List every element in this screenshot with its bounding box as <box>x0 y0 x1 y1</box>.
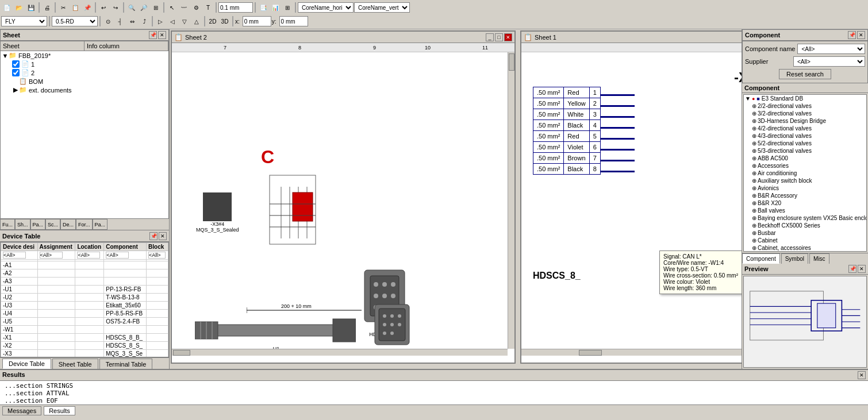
device-table-pin[interactable]: 📌 <box>149 232 158 240</box>
select-button[interactable]: ↖ <box>166 2 178 13</box>
combo-05rd[interactable]: 0.5-RD <box>52 16 98 26</box>
tree-item-fbb[interactable]: ▼ 📁 FBB_2019* <box>1 51 168 60</box>
sheet2-maximize[interactable]: □ <box>495 33 503 41</box>
results-close[interactable]: ✕ <box>858 371 866 379</box>
table-row[interactable]: -X3MQS_3_S_Se <box>1 350 168 358</box>
sheet-1-checkbox[interactable] <box>12 60 20 68</box>
symbol-button[interactable]: ⚙ <box>190 2 202 13</box>
tab-sheet-table[interactable]: Sheet Table <box>52 359 98 369</box>
tree-item-22[interactable]: ⊕ 2/2-directional valves <box>744 102 866 110</box>
table-row[interactable]: -U5OS75-2.4-FB <box>1 318 168 326</box>
tree-item-43[interactable]: ⊕ 4/3-directional valves <box>744 132 866 140</box>
sheet-2-checkbox[interactable] <box>12 69 20 76</box>
copy-button[interactable]: 📋 <box>70 2 81 13</box>
table-row[interactable]: -U4PP-8.5-RS-FB <box>1 310 168 318</box>
measure-input[interactable]: 0.1 mm <box>218 2 253 13</box>
tree-item-42[interactable]: ⊕ 4/2-directional valves <box>744 125 866 132</box>
tab-de[interactable]: De... <box>60 219 76 230</box>
tree-item-baying[interactable]: ⊕ Baying enclosure system VX25 Basic enc… <box>744 214 866 222</box>
component-name-select[interactable]: <All> <box>797 44 865 54</box>
bottom-tab-messages[interactable]: Messages <box>2 406 41 415</box>
tab-symbol[interactable]: Symbol <box>781 253 808 264</box>
tree-item-bom[interactable]: 📋 BOM <box>1 77 168 86</box>
tree-item-cab-acc[interactable]: ⊕ Cabinet, accessoires <box>744 244 866 252</box>
tree-item-1[interactable]: 📄 1 <box>1 60 168 68</box>
table-row[interactable]: -A1 <box>1 261 168 269</box>
save-button[interactable]: 💾 <box>25 2 37 13</box>
draw-btn-4[interactable]: △ <box>191 16 202 27</box>
tab-for[interactable]: For... <box>76 219 93 230</box>
sheet2-close[interactable]: ✕ <box>504 33 512 41</box>
tab-pa2[interactable]: Pa... <box>93 219 108 230</box>
page-button[interactable]: 📑 <box>258 2 269 13</box>
view-btn-2[interactable]: 3D <box>219 16 231 27</box>
cut-button[interactable]: ✂ <box>57 2 69 13</box>
bottom-tab-results[interactable]: Results <box>44 406 75 415</box>
filter-block[interactable] <box>148 252 166 259</box>
tab-misc[interactable]: Misc <box>809 253 829 264</box>
route-button[interactable]: ⤴ <box>139 16 150 27</box>
component-close[interactable]: ✕ <box>857 31 865 39</box>
tree-item-2[interactable]: 📄 2 <box>1 68 168 77</box>
sheet-close-button[interactable]: ✕ <box>158 31 166 39</box>
tree-item-ball[interactable]: ⊕ Ball valves <box>744 207 866 214</box>
sheet2-scrollbar-v[interactable] <box>508 52 514 349</box>
coord-x-input[interactable]: 0 mm <box>243 16 271 26</box>
print-button[interactable]: 🖨 <box>41 2 53 13</box>
draw-btn-2[interactable]: ◁ <box>167 16 178 27</box>
tab-component[interactable]: Component <box>742 253 780 264</box>
sheet2-drawing[interactable]: 7 8 9 10 11 C -X3#4 MQS_3_S_Sealed <box>172 43 514 356</box>
preview-close[interactable]: ✕ <box>858 265 866 273</box>
tree-item-br-acc[interactable]: ⊕ B&R Accessory <box>744 192 866 199</box>
preview-pin[interactable]: 📌 <box>848 265 857 273</box>
reset-search-button[interactable]: Reset search <box>779 69 831 79</box>
tree-item-3d[interactable]: ⊕ 3D-Harness Design Bridge <box>744 117 866 125</box>
combo-fly[interactable]: FLY <box>1 16 47 26</box>
tree-item-e3db[interactable]: ▼ ● ■ E3 Standard DB <box>744 95 866 102</box>
snap-button[interactable]: ⊙ <box>102 16 114 27</box>
zoom-in-button[interactable]: 🔍 <box>126 2 137 13</box>
view-btn-1[interactable]: 2D <box>207 16 218 27</box>
filter-assignment[interactable] <box>40 252 63 259</box>
expand-icon[interactable]: ▼ <box>2 52 9 59</box>
zoom-out-button[interactable]: 🔎 <box>138 2 149 13</box>
mirror-button[interactable]: ⇔ <box>126 16 138 27</box>
combo-corename-hori[interactable]: CoreName_hori <box>298 2 354 13</box>
table-row[interactable]: -A2 <box>1 269 168 278</box>
text-button[interactable]: T <box>202 2 214 13</box>
open-button[interactable]: 📂 <box>13 2 25 13</box>
component-tree[interactable]: ▼ ● ■ E3 Standard DB ⊕ 2/2-directional v… <box>743 94 867 252</box>
filter-component[interactable] <box>106 252 129 259</box>
sheet-pin-button[interactable]: 📌 <box>149 31 157 39</box>
tree-item-beck[interactable]: ⊕ Beckhoff CX5000 Series <box>744 222 866 229</box>
tree-item-brx20[interactable]: ⊕ B&R X20 <box>744 199 866 207</box>
ext-expand-icon[interactable]: ▶ <box>12 86 19 94</box>
ortho-button[interactable]: ┤ <box>114 16 126 27</box>
redo-button[interactable]: ↪ <box>110 2 121 13</box>
tree-item-aux[interactable]: ⊕ Auxiliary switch block <box>744 177 866 184</box>
tree-item-52[interactable]: ⊕ 5/2-directional valves <box>744 140 866 147</box>
tab-sh[interactable]: Sh... <box>15 219 30 230</box>
tree-item-53[interactable]: ⊕ 5/3-directional valves <box>744 147 866 155</box>
table-row[interactable]: -U1PP-13-RS-FB <box>1 286 168 294</box>
tree-item-cabinet[interactable]: ⊕ Cabinet <box>744 237 866 244</box>
device-table-close[interactable]: ✕ <box>159 232 167 240</box>
tree-item-abb[interactable]: ⊕ ABB AC500 <box>744 155 866 162</box>
sheet1-drawing[interactable]: -X2 .50 mm² Red 1 .50 mm² <box>521 43 742 356</box>
tab-fu[interactable]: Fu... <box>0 219 15 230</box>
tab-terminal-table[interactable]: Terminal Table <box>99 359 153 369</box>
device-table-panel[interactable]: Device desi Assignment Location Componen… <box>0 242 169 357</box>
component-pin[interactable]: 📌 <box>848 31 856 39</box>
tree-item-ext[interactable]: ▶ 📁 ext. documents <box>1 86 168 94</box>
table-row[interactable]: -A3 <box>1 278 168 286</box>
undo-button[interactable]: ↩ <box>98 2 109 13</box>
new-button[interactable]: 📄 <box>1 2 13 13</box>
tree-item-air[interactable]: ⊕ Air conditioning <box>744 169 866 177</box>
table-row[interactable]: -U3Etikatt_35x60 <box>1 302 168 310</box>
layer-button[interactable]: 📊 <box>270 2 281 13</box>
tab-sc[interactable]: Sc... <box>45 219 60 230</box>
table-row[interactable]: -W1 <box>1 326 168 334</box>
table-row[interactable]: -X1HDSCS_8_B_ <box>1 334 168 342</box>
coord-y-input[interactable]: 0 mm <box>279 16 308 26</box>
supplier-select[interactable]: <All> <box>793 56 865 67</box>
